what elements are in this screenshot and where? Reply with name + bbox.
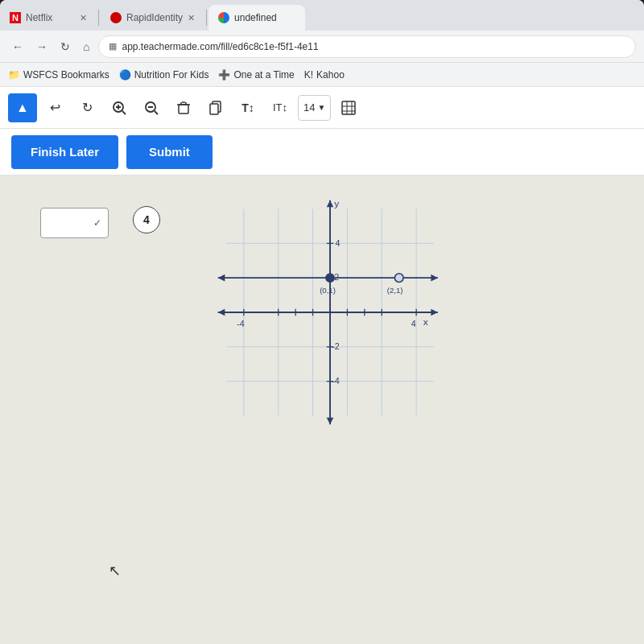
browser-window: N Netflix ✕ RapidIdentity ✕ undefined ← … <box>0 0 644 644</box>
refresh-button[interactable]: ↻ <box>56 39 74 55</box>
font-size-selector[interactable]: 14 ▼ <box>298 95 331 121</box>
bookmark-nutrition-icon: 🔵 <box>119 69 131 80</box>
bookmark-folder-icon: 📁 <box>8 69 20 80</box>
back-button[interactable]: ← <box>8 39 27 55</box>
coordinate-graph: x y -4 4 4 2 -2 -4 <box>193 192 467 433</box>
finish-later-button[interactable]: Finish Later <box>11 135 118 169</box>
svg-line-3 <box>122 111 126 114</box>
bookmark-kahoo[interactable]: K! Kahoo <box>304 69 345 80</box>
home-button[interactable]: ⌂ <box>79 39 93 55</box>
dropdown-arrow-icon: ✓ <box>93 217 101 229</box>
redo-button[interactable]: ↻ <box>72 93 101 122</box>
svg-marker-57 <box>431 275 438 282</box>
dropdown-widget[interactable]: ✓ <box>40 208 109 238</box>
bookmark-oneattime-label: One at a Time <box>233 69 294 80</box>
svg-rect-13 <box>210 104 218 114</box>
text-tool-2-button[interactable]: IT↕ <box>266 93 295 122</box>
zoom-in-icon <box>112 101 126 115</box>
tab-netflix-close[interactable]: ✕ <box>80 13 87 23</box>
cursor-tool-icon: ▲ <box>16 101 29 115</box>
bookmark-wsfcs-label: WSFCS Bookmarks <box>23 69 109 80</box>
svg-text:-4: -4 <box>237 319 245 328</box>
tab-rapididentity[interactable]: RapidIdentity ✕ <box>101 5 204 31</box>
redo-icon: ↻ <box>82 100 93 115</box>
question-number-badge: 4 <box>133 206 160 233</box>
grid-tool-button[interactable] <box>334 93 363 122</box>
bookmark-oneattime[interactable]: ➕ One at a Time <box>218 69 294 80</box>
content-area: ✓ 4 <box>0 175 644 644</box>
zoom-out-button[interactable] <box>137 93 166 122</box>
bookmarks-bar: 📁 WSFCS Bookmarks 🔵 Nutrition For Kids ➕… <box>0 63 644 87</box>
bookmark-wsfcs[interactable]: 📁 WSFCS Bookmarks <box>8 69 109 80</box>
tab-rapididentity-label: RapidIdentity <box>126 12 183 23</box>
svg-marker-32 <box>431 309 438 316</box>
tab-separator-2 <box>206 10 207 26</box>
tab-undefined[interactable]: undefined <box>208 5 305 31</box>
address-bar-row: ← → ↻ ⌂ ▦ app.teachermade.com/fill/ed6c8… <box>0 31 644 63</box>
action-row: Finish Later Submit <box>0 129 644 175</box>
bookmark-kahoo-label: Kahoo <box>316 69 345 80</box>
tab-separator-1 <box>98 10 99 26</box>
zoom-out-icon <box>144 101 159 115</box>
svg-rect-7 <box>179 105 188 114</box>
bookmark-kahoo-icon: K! <box>304 69 313 80</box>
tab-netflix[interactable]: N Netflix ✕ <box>0 5 97 31</box>
svg-text:(0,1): (0,1) <box>320 286 336 295</box>
svg-marker-58 <box>218 275 225 282</box>
netflix-icon: N <box>10 12 21 23</box>
delete-button[interactable] <box>169 93 198 122</box>
tab-netflix-label: Netflix <box>26 12 52 23</box>
question-number: 4 <box>143 213 150 226</box>
text-tool-icon: T↕ <box>242 101 254 114</box>
svg-point-59 <box>326 274 335 283</box>
bookmark-nutrition[interactable]: 🔵 Nutrition For Kids <box>119 69 209 80</box>
cursor-tool-button[interactable]: ▲ <box>8 93 37 122</box>
undo-button[interactable]: ↩ <box>40 93 69 122</box>
svg-text:-2: -2 <box>332 341 340 351</box>
svg-marker-33 <box>218 309 225 316</box>
zoom-in-button[interactable] <box>105 93 134 122</box>
rapididentity-icon <box>110 12 122 23</box>
address-bar-icon: ▦ <box>109 41 117 52</box>
text-tool-button[interactable]: T↕ <box>233 93 262 122</box>
svg-line-6 <box>155 111 158 114</box>
forward-button[interactable]: → <box>32 39 52 55</box>
undo-icon: ↩ <box>50 100 60 115</box>
font-size-chevron: ▼ <box>317 103 325 112</box>
svg-point-60 <box>394 274 403 283</box>
grid-tool-icon <box>341 101 356 115</box>
copy-button[interactable] <box>201 93 230 122</box>
address-text: app.teachermade.com/fill/ed6c8c1e-f5f1-4… <box>122 41 318 52</box>
text-tool-2-icon: IT↕ <box>273 101 287 114</box>
svg-text:y: y <box>334 198 339 208</box>
svg-text:4: 4 <box>335 238 340 248</box>
svg-marker-34 <box>327 200 334 208</box>
tab-bar: N Netflix ✕ RapidIdentity ✕ undefined <box>0 0 644 31</box>
submit-button[interactable]: Submit <box>126 135 213 169</box>
toolbar: ▲ ↩ ↻ <box>0 87 644 129</box>
cursor-indicator: ↖ <box>109 562 121 580</box>
tab-undefined-label: undefined <box>234 12 277 23</box>
bookmark-nutrition-label: Nutrition For Kids <box>134 69 209 80</box>
svg-text:-4: -4 <box>332 376 340 386</box>
svg-text:4: 4 <box>411 319 416 328</box>
svg-rect-14 <box>342 101 355 114</box>
bookmark-oneattime-icon: ➕ <box>218 69 230 80</box>
graph-container: x y -4 4 4 2 -2 -4 <box>193 192 467 433</box>
svg-text:(2,1): (2,1) <box>387 286 403 295</box>
tab-rapididentity-close[interactable]: ✕ <box>188 13 195 23</box>
undefined-icon <box>218 12 229 23</box>
delete-icon <box>176 101 191 115</box>
copy-icon <box>208 101 223 115</box>
svg-marker-35 <box>327 418 334 425</box>
svg-text:x: x <box>423 316 428 327</box>
font-size-value: 14 <box>303 101 315 114</box>
address-bar[interactable]: ▦ app.teachermade.com/fill/ed6c8c1e-f5f1… <box>98 35 636 58</box>
